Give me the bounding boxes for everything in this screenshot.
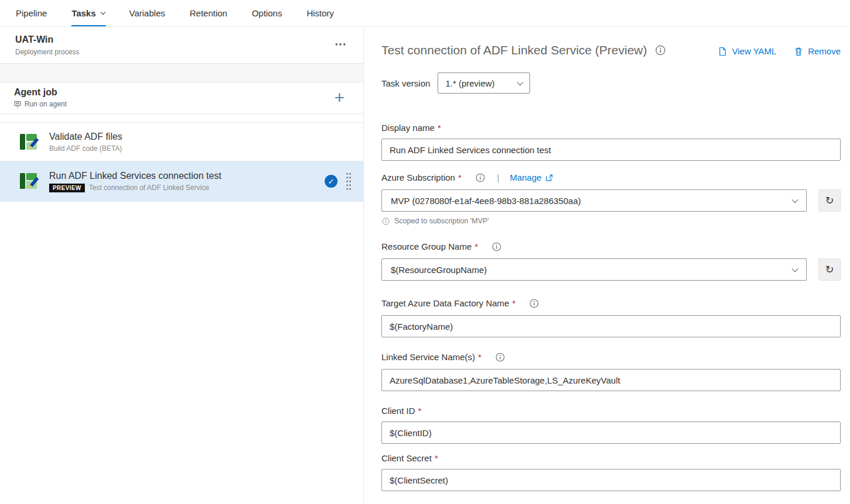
required-marker: * [478,352,481,362]
tab-label: Options [252,8,282,18]
manage-label: Manage [510,172,541,182]
check-icon: ✓ [328,178,335,185]
task-row-run-adf-linked-services-connection-test[interactable]: Run ADF Linked Services connection test … [0,161,363,202]
tab-label: History [307,8,334,18]
required-marker: * [435,453,438,463]
tasks-gap [0,114,363,122]
plus-icon: + [334,88,345,107]
remove-task-button[interactable]: Remove [794,46,841,56]
task-title: Run ADF Linked Services connection test [49,171,325,181]
linked-services-input[interactable] [381,369,841,391]
field-label: Display name [381,123,435,133]
refresh-resource-groups-button[interactable]: ↻ [818,258,841,281]
panel-header: UAT-Win Deployment process ⋯ [0,27,363,64]
required-marker: * [438,123,441,133]
adf-task-icon [18,131,40,153]
task-subtitle: Test connection of ADF Linked Service [89,184,209,192]
field-linked-service-names: Linked Service Name(s) * [381,352,841,391]
task-version-label: Task version [381,78,430,88]
deployment-process-panel: UAT-Win Deployment process ⋯ Agent job R… [0,27,364,503]
resource-group-value: $(ResourceGroupName) [391,265,487,275]
field-resource-group-name: Resource Group Name * $(ResourceGroupNam… [381,241,841,281]
resource-group-dropdown[interactable]: $(ResourceGroupName) [381,258,807,281]
tab-label: Retention [190,8,227,18]
add-task-button[interactable]: + [329,89,349,106]
info-icon[interactable] [476,173,485,182]
view-yaml-label: View YAML [732,46,776,56]
remove-label: Remove [808,46,841,56]
field-display-name: Display name * [381,123,841,161]
trash-icon [794,47,803,56]
tab-history[interactable]: History [294,0,346,26]
stage-subtitle: Deployment process [15,48,79,56]
subscription-scope-helper: Scoped to subscription 'MVP' [394,217,489,225]
panel-divider [0,64,363,82]
task-version-value: 1.* (preview) [445,78,494,88]
document-icon [718,47,727,56]
tab-tasks[interactable]: Tasks [59,0,116,26]
task-subtitle: Build ADF code (BETA) [49,144,122,153]
client-id-input[interactable] [381,422,841,444]
agent-job-title: Agent job [14,87,67,98]
refresh-subscriptions-button[interactable]: ↻ [818,189,841,212]
tab-variables[interactable]: Variables [117,0,177,26]
tab-label: Variables [129,8,165,18]
ellipsis-icon: ⋯ [335,37,347,50]
agent-icon [14,101,21,108]
task-row-validate-adf-files[interactable]: Validate ADF files Build ADF code (BETA) [0,122,363,161]
external-link-icon [546,174,553,181]
info-icon[interactable] [492,242,501,251]
azure-subscription-value: MVP (0278080f-e1af-4ee8-98b3-881a286350a… [391,196,581,206]
tab-retention[interactable]: Retention [177,0,239,26]
field-label: Resource Group Name [381,241,472,251]
field-target-data-factory-name: Target Azure Data Factory Name * [381,298,841,337]
chevron-down-icon [101,10,105,15]
info-icon[interactable] [529,299,539,308]
refresh-icon: ↻ [825,194,834,207]
field-label: Linked Service Name(s) [381,352,475,362]
drag-handle[interactable] [346,172,352,191]
task-settings-title: Test connection of ADF Linked Service (P… [381,43,647,57]
task-enabled-check[interactable]: ✓ [325,175,338,188]
task-settings-panel: Test connection of ADF Linked Service (P… [364,27,850,503]
refresh-icon: ↻ [825,263,834,276]
agent-job-header[interactable]: Agent job Run on agent + [0,82,363,114]
chevron-down-icon [517,79,524,85]
display-name-input[interactable] [381,139,841,161]
field-label: Azure Subscription [381,172,455,182]
tab-pipeline[interactable]: Pipeline [4,0,59,26]
pipeline-topnav: Pipeline Tasks Variables Retention Optio… [0,0,850,27]
field-label: Client ID [381,406,415,416]
adf-task-icon [18,170,40,192]
field-client-secret: Client Secret * [381,453,841,491]
agent-job-subtitle: Run on agent [25,100,67,108]
more-button[interactable]: ⋯ [333,37,348,51]
info-icon[interactable] [495,353,505,362]
required-marker: * [512,298,515,308]
field-azure-subscription: Azure Subscription * | Manage [381,172,841,225]
manage-subscription-link[interactable]: Manage [510,172,552,182]
factory-name-input[interactable] [381,315,841,337]
chevron-down-icon [792,196,798,203]
chevron-down-icon [792,265,798,272]
field-label: Client Secret [381,453,432,463]
view-yaml-button[interactable]: View YAML [718,46,776,56]
field-label: Target Azure Data Factory Name [381,298,509,308]
azure-subscription-dropdown[interactable]: MVP (0278080f-e1af-4ee8-98b3-881a286350a… [381,189,807,212]
tab-label: Tasks [71,8,95,18]
separator: | [497,173,500,182]
task-title: Validate ADF files [49,132,352,142]
task-version-select[interactable]: 1.* (preview) [438,73,530,94]
field-client-id: Client ID * [381,406,841,444]
required-marker: * [458,172,462,182]
tab-label: Pipeline [16,8,47,18]
required-marker: * [474,241,478,251]
required-marker: * [418,406,422,416]
stage-name: UAT-Win [15,34,79,45]
info-icon[interactable] [655,45,666,56]
info-icon [382,218,390,225]
tab-options[interactable]: Options [239,0,294,26]
preview-badge: PREVIEW [49,184,85,192]
client-secret-input[interactable] [381,469,841,491]
